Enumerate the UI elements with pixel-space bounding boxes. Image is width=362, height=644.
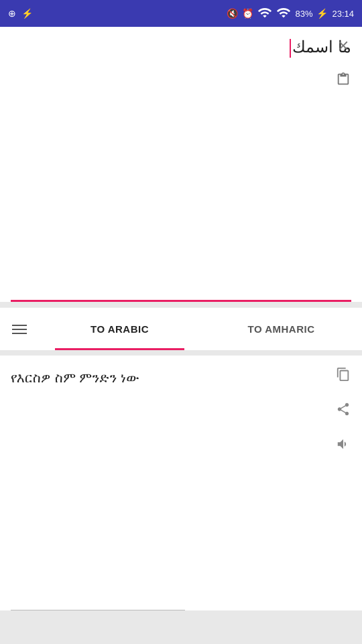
status-bar: ⊕ ⚡ 🔇 ⏰ 83% ⚡ 23:14 [0, 0, 362, 27]
clipboard-button[interactable] [331, 67, 355, 91]
time-display: 23:14 [332, 9, 354, 19]
output-text-display: የእርስዎ ስም ምንድን ነው [11, 368, 351, 408]
output-action-buttons [331, 362, 355, 456]
output-panel: የእርስዎ ስም ምንድን ነው [0, 356, 362, 610]
status-right-icons: 🔇 ⏰ 83% ⚡ 23:14 [227, 5, 354, 22]
tab-to-arabic[interactable]: TO ARABIC [39, 308, 200, 350]
menu-button[interactable] [0, 325, 39, 334]
charging-icon: ⚡ [316, 8, 328, 19]
app-icon-2: ⚡ [21, 8, 33, 19]
menu-line-1 [12, 325, 27, 326]
tab-bar: TO ARABIC TO AMHARIC [0, 307, 362, 350]
output-copy-button[interactable] [331, 362, 355, 386]
input-underline [11, 300, 351, 302]
output-text-content: የእርስዎ ስም ምንድን ነው [11, 370, 139, 385]
clear-button[interactable] [331, 34, 355, 58]
status-left-icons: ⊕ ⚡ [8, 8, 33, 19]
text-cursor [290, 39, 291, 58]
wifi-icon [257, 5, 272, 22]
app-icon-1: ⊕ [8, 8, 16, 19]
input-text-display[interactable]: ما اسمك [11, 38, 351, 78]
battery-percentage: 83% [295, 9, 312, 19]
tab-arabic-label: TO ARABIC [90, 323, 149, 335]
alarm-icon: ⏰ [242, 8, 253, 19]
mute-icon: 🔇 [227, 8, 238, 19]
menu-line-3 [12, 333, 27, 334]
input-panel: ما اسمك [0, 27, 362, 302]
signal-icon [276, 5, 291, 22]
menu-line-2 [12, 329, 27, 330]
output-share-button[interactable] [331, 397, 355, 421]
output-speaker-button[interactable] [331, 432, 355, 456]
tab-to-amharic[interactable]: TO AMHARIC [200, 308, 362, 350]
output-underline [11, 610, 185, 611]
tab-amharic-label: TO AMHARIC [248, 323, 315, 335]
input-action-buttons [331, 34, 355, 91]
